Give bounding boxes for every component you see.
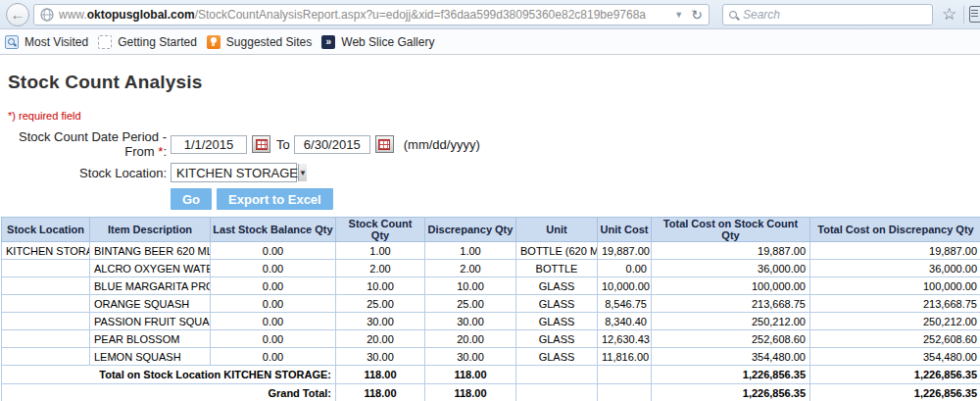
- table-cell: ALCRO OXYGEN WATER: [90, 260, 211, 277]
- reload-icon[interactable]: ↻: [691, 7, 703, 23]
- bookmarks-menu-icon[interactable]: [969, 6, 980, 23]
- column-header: Last Stock Balance Qty: [211, 218, 336, 242]
- table-cell: 100,000.00: [652, 277, 810, 295]
- table-cell: [2, 277, 90, 295]
- table-cell: 250,212.00: [810, 313, 980, 330]
- table-cell: 36,000.00: [652, 260, 810, 277]
- table-cell: 30.00: [425, 313, 516, 330]
- bookmark-star-icon[interactable]: ☆: [942, 4, 956, 25]
- table-cell: ORANGE SQUASH: [90, 295, 211, 313]
- toolbar-separator: [963, 6, 964, 24]
- table-cell: 30.00: [425, 348, 516, 366]
- table-cell: 8,546.75: [598, 295, 652, 313]
- table-cell: 213,668.75: [652, 295, 810, 313]
- table-cell: GLASS: [516, 295, 598, 313]
- table-cell: GLASS: [516, 348, 598, 366]
- table-cell: GLASS: [516, 277, 598, 295]
- history-dropdown-icon[interactable]: ▼: [674, 10, 683, 20]
- table-cell: 100,000.00: [810, 277, 980, 295]
- table-cell: 1.00: [425, 242, 516, 260]
- table-cell: 10.00: [336, 277, 425, 295]
- table-cell: 36,000.00: [810, 260, 980, 277]
- table-cell: 1,226,856.35: [810, 366, 980, 384]
- suggested-sites-icon: [207, 35, 220, 49]
- table-cell: 12,630.43: [598, 330, 652, 348]
- table-cell: 118.00: [336, 366, 425, 384]
- table-cell: KITCHEN STORAGE: [2, 242, 90, 260]
- search-box[interactable]: Search: [722, 4, 933, 25]
- date-format-hint: (mm/dd/yyyy): [404, 137, 480, 152]
- column-header: Total Cost on Discrepancy Qty: [810, 218, 980, 242]
- column-header: Item Description: [90, 218, 211, 242]
- to-label: To: [276, 137, 290, 152]
- table-cell: 11,816.00: [598, 348, 652, 366]
- table-cell: 20.00: [425, 330, 516, 348]
- table-cell: [516, 384, 598, 401]
- table-cell: 1.00: [336, 242, 425, 260]
- table-cell: BOTTLE: [516, 260, 598, 277]
- table-row: ALCRO OXYGEN WATER0.002.002.00BOTTLE0.00…: [2, 260, 980, 277]
- bookmark-item[interactable]: Most Visited: [5, 35, 88, 49]
- table-cell: [598, 384, 652, 401]
- web-slice-icon: [321, 35, 335, 49]
- table-cell: 213,668.75: [810, 295, 980, 313]
- to-date-input[interactable]: [294, 135, 370, 154]
- url-bar[interactable]: www.oktopusglobal.com/StockCountAnalysis…: [33, 4, 710, 25]
- table-cell: 2.00: [425, 260, 516, 277]
- table-cell: [2, 348, 90, 366]
- table-cell: GLASS: [516, 313, 598, 330]
- table-cell: 19,887.00: [598, 242, 652, 260]
- to-date-calendar-button[interactable]: [375, 135, 394, 153]
- table-cell: BOTTLE (620 ML): [516, 242, 598, 260]
- bookmark-item[interactable]: Getting Started: [98, 35, 197, 49]
- page-title: Stock Count Analysis: [8, 72, 980, 93]
- table-cell: 0.00: [211, 295, 336, 313]
- back-button[interactable]: ←: [6, 3, 29, 26]
- back-arrow-icon: ←: [11, 6, 25, 23]
- most-visited-icon: [5, 35, 19, 49]
- column-header: Stock Count Qty: [336, 218, 425, 242]
- table-cell: 118.00: [425, 366, 516, 384]
- export-to-excel-button[interactable]: Export to Excel: [217, 188, 333, 210]
- search-placeholder: Search: [743, 8, 780, 22]
- table-header-row: Stock LocationItem DescriptionLast Stock…: [2, 218, 980, 242]
- browser-chrome: ← www.oktopusglobal.com/StockCountAnalys…: [0, 0, 980, 55]
- table-cell: 0.00: [211, 277, 336, 295]
- calendar-icon: [378, 139, 390, 150]
- table-row: ORANGE SQUASH0.0025.0025.00GLASS8,546.75…: [2, 295, 980, 313]
- table-cell: 1,226,856.35: [652, 384, 810, 401]
- bookmark-item[interactable]: Suggested Sites: [207, 35, 312, 49]
- table-row: KITCHEN STORAGEBINTANG BEER 620 ML0.001.…: [2, 242, 980, 260]
- navigation-toolbar: ← www.oktopusglobal.com/StockCountAnalys…: [0, 0, 980, 29]
- table-cell: [516, 366, 598, 384]
- table-row: PEAR BLOSSOM0.0020.0020.00GLASS12,630.43…: [2, 330, 980, 348]
- from-date-input[interactable]: [171, 135, 247, 154]
- action-buttons: Go Export to Excel: [171, 188, 980, 210]
- bookmark-item[interactable]: Web Slice Gallery: [321, 35, 434, 49]
- stock-location-select[interactable]: KITCHEN STORAGE ▼: [171, 163, 297, 182]
- bookmark-label: Web Slice Gallery: [341, 35, 434, 49]
- table-cell: 252,608.60: [810, 330, 980, 348]
- table-cell: GLASS: [516, 330, 598, 348]
- table-cell: 118.00: [425, 384, 516, 401]
- table-cell: 20.00: [336, 330, 425, 348]
- table-cell: 30.00: [336, 313, 425, 330]
- table-cell: 25.00: [336, 295, 425, 313]
- from-date-calendar-button[interactable]: [252, 135, 270, 153]
- column-header: Total Cost on Stock Count Qty: [652, 218, 810, 242]
- table-cell: PEAR BLOSSOM: [90, 330, 211, 348]
- table-cell: 0.00: [211, 348, 336, 366]
- column-header: Unit: [516, 218, 598, 242]
- table-cell: 19,887.00: [652, 242, 810, 260]
- page-content: Stock Count Analysis *) required field S…: [0, 72, 980, 401]
- bookmarks-toolbar: Most VisitedGetting StartedSuggested Sit…: [0, 29, 980, 55]
- stock-location-label: Stock Location:: [0, 166, 167, 180]
- table-cell: BLUE MARGARITA PROMO: [90, 277, 211, 295]
- column-header: Unit Cost: [598, 218, 652, 242]
- getting-started-icon: [98, 35, 112, 49]
- column-header: Stock Location: [2, 218, 90, 242]
- table-cell: LEMON SQUASH: [90, 348, 211, 366]
- go-button[interactable]: Go: [171, 188, 212, 210]
- table-cell: 0.00: [211, 313, 336, 330]
- table-cell: 8,340.40: [598, 313, 652, 330]
